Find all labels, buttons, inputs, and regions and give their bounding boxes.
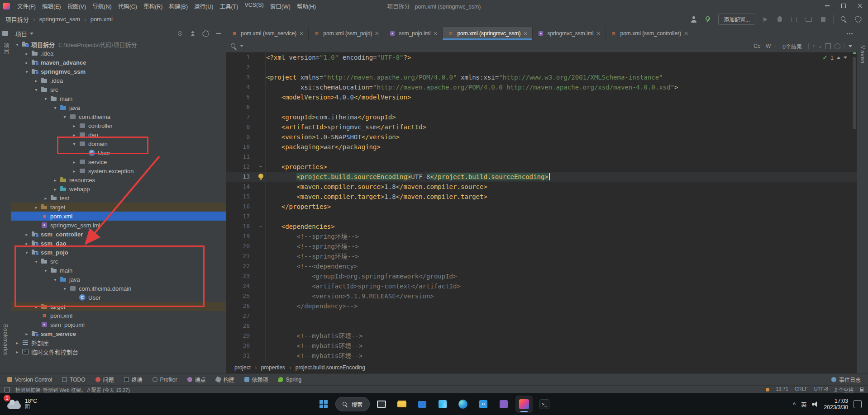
code-line[interactable]: 1<?xml version="1.0" encoding="UTF-8"?> — [226, 52, 857, 62]
menu-item[interactable]: VCS(S) — [241, 0, 267, 12]
editor-tab[interactable]: pom.xml (springmvc_ssm) — [443, 27, 533, 40]
menu-item[interactable]: 文件(F) — [14, 0, 39, 12]
tree-item[interactable]: ▸外部库 — [11, 338, 226, 347]
tree-chevron-icon[interactable]: ▾ — [42, 268, 49, 273]
code-line[interactable]: 12− <properties> — [226, 162, 857, 172]
fold-marker-icon[interactable] — [255, 311, 266, 321]
tree-item[interactable]: ssm_pojo.iml — [11, 320, 226, 329]
debug-button[interactable] — [775, 15, 784, 24]
code-line[interactable]: 5 <modelVersion>4.0.0</modelVersion> — [226, 92, 857, 102]
tree-item[interactable]: ▾src — [11, 85, 226, 94]
tree-chevron-icon[interactable]: ▸ — [52, 187, 59, 192]
close-icon[interactable] — [684, 31, 688, 36]
code-line[interactable]: 7 <groupId>com.itheima</groupId> — [226, 112, 857, 122]
tree-item[interactable]: ▾domain — [11, 139, 226, 148]
close-icon[interactable] — [299, 31, 304, 36]
menu-item[interactable]: 窗口(W) — [267, 0, 294, 12]
inspection-widget[interactable]: 1 — [822, 54, 847, 61]
build-wrench-icon[interactable] — [704, 15, 713, 24]
maximize-button[interactable] — [835, 0, 852, 12]
tree-item[interactable]: ▾com.itheima — [11, 112, 226, 121]
fold-marker-icon[interactable] — [255, 271, 266, 281]
background-task-icon[interactable] — [766, 388, 769, 391]
weather-widget[interactable]: 1 18°C 阴 — [0, 393, 44, 415]
tree-item[interactable]: pom.xml — [11, 311, 226, 320]
code-line[interactable]: 30 <!--mybatis环境--> — [226, 341, 857, 351]
fold-marker-icon[interactable] — [255, 241, 266, 251]
photos-app-icon[interactable] — [434, 396, 451, 413]
tree-item[interactable]: ▸ssm_controller — [11, 230, 226, 239]
tree-item[interactable]: ▸system.exception — [11, 166, 226, 175]
maven-stripe-tab[interactable]: Maven — [859, 45, 866, 64]
code-line[interactable]: 21 <!--spring环境--> — [226, 251, 857, 261]
code-line[interactable]: 26 </dependency>--> — [226, 301, 857, 311]
tree-chevron-icon[interactable]: ▸ — [23, 232, 30, 237]
tree-chevron-icon[interactable]: ▸ — [71, 132, 78, 137]
filter-funnel-icon[interactable] — [848, 45, 853, 47]
project-stripe-tab[interactable]: 项目 — [2, 42, 10, 54]
fold-marker-icon[interactable] — [255, 202, 266, 212]
close-icon[interactable] — [375, 31, 379, 36]
tool-window-button-vcs[interactable]: Version Control — [7, 376, 52, 383]
locate-file-icon[interactable] — [177, 30, 183, 37]
notification-center-icon[interactable] — [854, 400, 862, 408]
fold-marker-icon[interactable] — [255, 291, 266, 301]
search-icon[interactable] — [231, 43, 237, 49]
tree-chevron-icon[interactable]: ▸ — [23, 60, 30, 65]
menu-item[interactable]: 代码(C) — [115, 0, 140, 12]
fold-marker-icon[interactable] — [255, 331, 266, 341]
tool-window-switcher-icon[interactable] — [5, 387, 10, 392]
add-configuration-button[interactable]: 添加配置... — [718, 14, 755, 25]
tool-window-button-build[interactable]: 构建 — [216, 376, 234, 383]
file-explorer-app-icon[interactable] — [393, 396, 410, 413]
stop-button[interactable] — [819, 15, 828, 24]
tree-item[interactable]: ▸ssm_dao — [11, 239, 226, 248]
code-editor[interactable]: 1<?xml version="1.0" encoding="UTF-8"?>2… — [226, 52, 857, 362]
fold-marker-icon[interactable] — [255, 112, 266, 122]
tree-chevron-icon[interactable]: ▸ — [42, 196, 49, 201]
fold-marker-icon[interactable] — [255, 301, 266, 311]
editor-breadcrumb-item[interactable]: project.build.sourceEncoding — [296, 364, 365, 371]
tree-chevron-icon[interactable]: ▾ — [23, 69, 30, 74]
collapse-all-icon[interactable] — [190, 30, 196, 37]
taskbar-search[interactable]: 搜索 — [335, 397, 370, 411]
menu-item[interactable]: 导航(N) — [89, 0, 114, 12]
user-profile-icon[interactable] — [689, 15, 698, 24]
tool-window-button-dependencies[interactable]: 依赖项 — [244, 376, 268, 383]
tree-chevron-icon[interactable]: ▾ — [33, 259, 40, 264]
tree-item[interactable]: springmvc_ssm.iml — [11, 221, 226, 230]
tree-item[interactable]: ▾ssm_pojo — [11, 248, 226, 257]
code-line[interactable]: 31 <!--mybatis环境--> — [226, 351, 857, 361]
event-log-button[interactable]: 事件日志 — [831, 376, 861, 383]
bookmarks-stripe-tab[interactable]: Bookmarks — [2, 324, 9, 355]
tree-item[interactable]: ▾java — [11, 103, 226, 112]
run-button[interactable] — [761, 15, 770, 24]
code-line[interactable]: 17 — [226, 212, 857, 222]
tree-chevron-icon[interactable]: ▾ — [71, 141, 78, 146]
profiler-button[interactable] — [804, 15, 813, 24]
tool-window-button-profiler[interactable]: Profiler — [153, 376, 177, 383]
tree-chevron-icon[interactable]: ▸ — [33, 78, 40, 83]
code-line[interactable]: 3−<project xmlns="http://maven.apache.or… — [226, 72, 857, 82]
tree-item[interactable]: ▸resources — [11, 175, 226, 184]
fold-marker-icon[interactable] — [255, 321, 266, 331]
status-item[interactable]: UTF-8 — [814, 386, 828, 393]
tree-item[interactable]: ▸临时文件和控制台 — [11, 347, 226, 356]
editor-tab[interactable]: springmvc_ssm.iml — [533, 27, 606, 40]
breadcrumb-item[interactable]: 项目拆分 — [5, 15, 29, 24]
tree-item[interactable]: ▾src — [11, 257, 226, 266]
code-line[interactable]: 15 <maven.compiler.target>1.8</maven.com… — [226, 192, 857, 202]
status-message[interactable]: 检测到框架: 检测到 Web 框架。 // 配置 (今天 15:27) — [15, 386, 130, 393]
code-line[interactable]: 27 — [226, 311, 857, 321]
previous-problem-icon[interactable] — [837, 57, 840, 59]
select-all-occurrences-icon[interactable] — [825, 43, 831, 49]
minimize-button[interactable] — [819, 0, 835, 12]
edge-app-icon[interactable] — [454, 396, 472, 413]
tree-item[interactable]: User — [11, 293, 226, 302]
tree-chevron-icon[interactable]: ▸ — [71, 160, 78, 165]
fold-marker-icon[interactable] — [255, 92, 266, 102]
code-line[interactable]: 29 <!--mybatis环境--> — [226, 331, 857, 341]
fold-marker-icon[interactable] — [255, 281, 266, 291]
code-line[interactable]: 9 <version>1.0-SNAPSHOT</version> — [226, 132, 857, 142]
tree-chevron-icon[interactable]: ▸ — [71, 123, 78, 128]
